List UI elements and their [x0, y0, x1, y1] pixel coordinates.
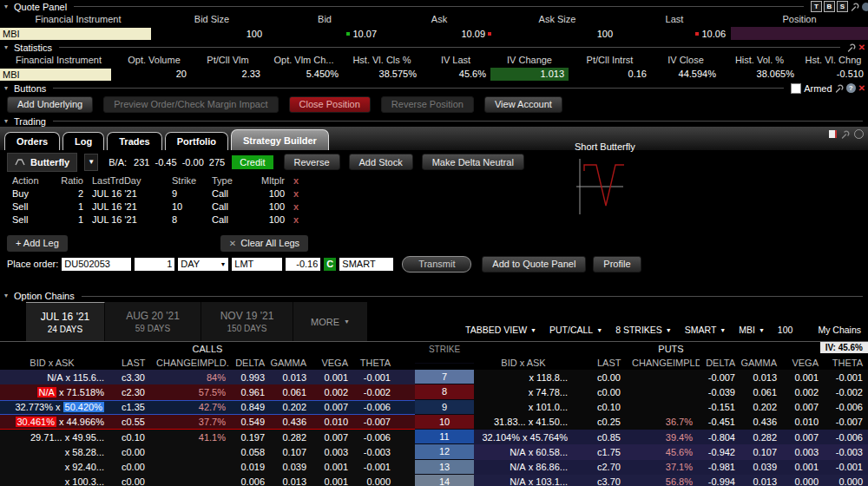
- last-cell[interactable]: c0.10: [115, 430, 155, 444]
- bid-ask-cell[interactable]: x 100.3...: [0, 475, 115, 486]
- window-icon-s[interactable]: S: [837, 1, 848, 12]
- collapse-arrow-icon[interactable]: ▾: [2, 43, 10, 52]
- expiry-tab-aug-20-21[interactable]: AUG 20 '2159 DAYS: [105, 302, 201, 341]
- add-underlying-button[interactable]: Add Underlying: [7, 96, 93, 113]
- strike-cell[interactable]: 12: [415, 444, 474, 459]
- my-chains-link[interactable]: My Chains: [818, 325, 861, 335]
- tif-select[interactable]: DAY▼: [178, 258, 228, 271]
- bid-ask-cell[interactable]: 32.104% x 45.764%: [474, 430, 590, 444]
- profile-button[interactable]: Profile: [593, 256, 641, 273]
- last-cell[interactable]: c0.00: [115, 475, 155, 486]
- bid-ask-cell[interactable]: N/A x 103.1...: [474, 475, 590, 486]
- last-cell[interactable]: c3.30: [115, 370, 155, 384]
- expiry-tab-nov-19-21[interactable]: NOV 19 '21150 DAYS: [201, 302, 293, 341]
- route-field[interactable]: [339, 258, 393, 271]
- collapse-arrow-icon[interactable]: ▾: [2, 3, 10, 11]
- tab-portfolio[interactable]: Portfolio: [165, 132, 228, 150]
- tab-orders[interactable]: Orders: [4, 132, 60, 150]
- bid-cell[interactable]: 10.07: [267, 26, 382, 41]
- bid-ask-cell[interactable]: x 92.40...: [0, 460, 115, 475]
- bid-ask-cell[interactable]: x 101.0...: [474, 400, 590, 415]
- add-leg-button[interactable]: + Add Leg: [7, 235, 68, 252]
- last-cell[interactable]: c0.00: [115, 444, 155, 459]
- clear-all-legs-button[interactable]: ✕Clear All Legs: [220, 235, 308, 252]
- armed-checkbox[interactable]: [791, 83, 801, 94]
- bid-ask-cell[interactable]: 32.773% x 50.420%: [0, 401, 115, 414]
- strike-cell[interactable]: 11: [415, 430, 474, 444]
- tab-log[interactable]: Log: [62, 132, 104, 150]
- control-put-call[interactable]: PUT/CALL▼: [549, 325, 602, 335]
- bid-ask-cell[interactable]: x 118.8...: [474, 370, 590, 384]
- control-tabbed-view[interactable]: TABBED VIEW▼: [465, 325, 536, 335]
- notes-icon[interactable]: [829, 130, 837, 138]
- order-type-field[interactable]: [232, 258, 282, 271]
- close-icon[interactable]: ✕: [858, 43, 865, 52]
- last-cell[interactable]: 10.06: [618, 26, 731, 41]
- add-to-quote-panel-button[interactable]: Add to Quote Panel: [482, 256, 586, 273]
- last-cell[interactable]: c0.00: [115, 460, 155, 475]
- close-position-button[interactable]: Close Position: [289, 96, 371, 113]
- control-mbi[interactable]: MBI▼: [739, 325, 765, 335]
- account-field[interactable]: [62, 258, 131, 271]
- more-expiries-tab[interactable]: MORE▼: [293, 302, 367, 341]
- bid-ask-cell[interactable]: x 74.78...: [474, 384, 590, 399]
- quote-symbol-cell[interactable]: MBI: [0, 28, 151, 40]
- bid-ask-cell[interactable]: N/A x 71.518%: [0, 384, 115, 399]
- globe-icon[interactable]: [862, 3, 868, 11]
- ask-cell[interactable]: 10.09: [382, 26, 496, 41]
- limit-price-field[interactable]: [286, 258, 320, 271]
- bid-ask-cell[interactable]: 29.71... x 49.95...: [0, 430, 115, 444]
- last-cell[interactable]: c0.00: [590, 370, 630, 384]
- bid-size-cell[interactable]: 100: [156, 26, 267, 41]
- window-icon-b[interactable]: B: [824, 1, 835, 12]
- bid-ask-cell[interactable]: 31.83... x 41.50...: [474, 415, 590, 430]
- last-cell[interactable]: c0.85: [590, 430, 630, 444]
- last-cell[interactable]: c3.70: [590, 475, 630, 486]
- strike-cell[interactable]: 9: [415, 400, 474, 415]
- quantity-field[interactable]: [135, 258, 174, 271]
- strike-cell[interactable]: 10: [415, 415, 474, 430]
- collapse-arrow-icon[interactable]: ▾: [2, 292, 10, 300]
- help-icon[interactable]: ?: [846, 83, 856, 93]
- reverse-button[interactable]: Reverse: [284, 154, 340, 170]
- bid-ask-cell[interactable]: 30.461% x 44.966%: [0, 415, 115, 429]
- collapse-arrow-icon[interactable]: ▾: [2, 84, 10, 93]
- globe-icon[interactable]: [854, 129, 864, 139]
- last-cell[interactable]: c2.30: [115, 384, 155, 399]
- strategy-dropdown-caret[interactable]: ▼: [84, 154, 98, 171]
- ask-size-cell[interactable]: 100: [496, 26, 618, 41]
- last-cell[interactable]: c2.70: [590, 460, 630, 475]
- strike-cell[interactable]: 13: [415, 460, 474, 475]
- wrench-icon[interactable]: [841, 130, 850, 139]
- wrench-icon[interactable]: [847, 43, 856, 52]
- expiry-tab-jul-16-21[interactable]: JUL 16 '2124 DAYS: [26, 302, 105, 341]
- wrench-icon[interactable]: [835, 84, 844, 93]
- window-icon-t[interactable]: T: [811, 1, 822, 12]
- preview-order-check-margin-impact-button[interactable]: Preview Order/Check Margin Impact: [103, 96, 278, 113]
- bid-ask-cell[interactable]: x 58.28...: [0, 444, 115, 459]
- last-cell[interactable]: c0.25: [590, 415, 630, 430]
- view-account-button[interactable]: View Account: [484, 96, 562, 113]
- control-8-strikes[interactable]: 8 STRIKES▼: [615, 325, 672, 335]
- position-cell[interactable]: [731, 26, 868, 41]
- last-cell[interactable]: c0.55: [115, 415, 155, 429]
- transmit-button[interactable]: Transmit: [402, 256, 471, 273]
- remove-leg-icon[interactable]: x: [285, 188, 307, 199]
- close-icon[interactable]: ✕: [858, 84, 865, 93]
- bid-ask-cell[interactable]: N/A x 86.86...: [474, 460, 590, 475]
- strike-cell[interactable]: 14: [415, 475, 474, 486]
- remove-leg-icon[interactable]: x: [285, 214, 307, 225]
- last-cell[interactable]: c1.35: [115, 401, 155, 414]
- add-stock-button[interactable]: Add Stock: [349, 154, 413, 170]
- remove-leg-icon[interactable]: x: [285, 201, 307, 212]
- strike-cell[interactable]: 7: [415, 370, 474, 384]
- bid-ask-cell[interactable]: N/A x 60.58...: [474, 444, 590, 459]
- control-smart[interactable]: SMART▼: [685, 325, 727, 335]
- statistics-symbol-cell[interactable]: MBI: [0, 69, 111, 81]
- wrench-icon[interactable]: [851, 3, 859, 11]
- tab-trades[interactable]: Trades: [107, 132, 161, 150]
- last-cell[interactable]: c0.10: [590, 400, 630, 415]
- collapse-arrow-icon[interactable]: ▾: [2, 117, 10, 126]
- strike-cell[interactable]: 8: [415, 384, 474, 399]
- last-cell[interactable]: c1.75: [590, 444, 630, 459]
